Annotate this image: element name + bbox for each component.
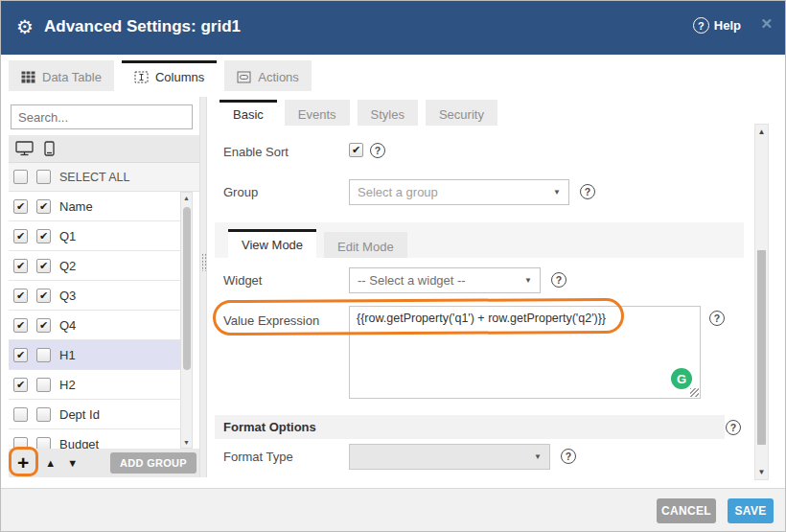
save-button[interactable]: SAVE: [728, 498, 774, 523]
widget-select[interactable]: -- Select a widget -- ▼: [349, 267, 541, 293]
list-item[interactable]: Dept Id: [9, 400, 193, 429]
widget-help-icon[interactable]: ?: [551, 272, 566, 288]
textarea-resize-handle[interactable]: [690, 388, 699, 397]
gear-icon: ⚙: [16, 16, 34, 37]
cancel-button[interactable]: CANCEL: [657, 498, 716, 523]
desktop-checkbox[interactable]: [13, 407, 28, 422]
widget-select-value: -- Select a widget --: [358, 273, 466, 288]
group-help-icon[interactable]: ?: [580, 184, 595, 199]
desktop-checkbox[interactable]: ✔: [13, 199, 28, 214]
list-item[interactable]: ✔✔Q2: [9, 251, 193, 281]
tab-columns[interactable]: Columns: [122, 60, 217, 91]
tab-basic[interactable]: Basic: [220, 100, 277, 126]
widget-label: Widget: [223, 273, 262, 288]
actions-icon: [237, 71, 251, 83]
list-item[interactable]: ✔✔Name: [9, 192, 193, 221]
desktop-checkbox[interactable]: ✔: [13, 378, 28, 392]
grammarly-icon: G: [671, 368, 692, 389]
desktop-checkbox[interactable]: ✔: [13, 229, 28, 243]
scroll-up-icon[interactable]: ▲: [755, 127, 768, 136]
list-item-label: Q4: [59, 318, 76, 333]
tab-data-table-label: Data Table: [42, 70, 102, 84]
select-all-mobile-checkbox[interactable]: [36, 170, 51, 184]
tab-edit-mode[interactable]: Edit Mode: [324, 232, 407, 258]
list-item-label: Q2: [59, 259, 76, 273]
mobile-checkbox[interactable]: ✔: [36, 229, 51, 243]
title-bar: ⚙ Advanced Settings: grid1 ? Help ✕: [1, 1, 785, 55]
scrollbar-thumb[interactable]: [183, 207, 191, 370]
list-item-label: Budget: [59, 437, 99, 450]
move-down-button[interactable]: ▼: [67, 457, 78, 469]
tab-actions-label: Actions: [258, 70, 299, 84]
add-group-button[interactable]: ADD GROUP: [110, 452, 196, 474]
help-icon: ?: [693, 17, 709, 34]
move-up-button[interactable]: ▲: [45, 457, 56, 469]
group-select-value: Select a group: [358, 185, 438, 199]
mobile-checkbox[interactable]: ✔: [36, 318, 51, 333]
value-expression-help-icon[interactable]: ?: [709, 311, 725, 326]
mobile-checkbox[interactable]: [36, 378, 51, 392]
enable-sort-checkbox[interactable]: ✔: [349, 143, 363, 157]
format-options-help-icon[interactable]: ?: [726, 420, 741, 435]
enable-sort-help-icon[interactable]: ?: [370, 143, 385, 158]
mobile-checkbox[interactable]: [36, 437, 51, 450]
mobile-checkbox[interactable]: ✔: [36, 259, 51, 273]
list-item-label: Dept Id: [59, 407, 100, 422]
desktop-checkbox[interactable]: [13, 437, 28, 450]
mobile-icon: [44, 141, 55, 156]
format-options-label: Format Options: [223, 420, 316, 434]
dialog-footer: CANCEL SAVE: [1, 488, 785, 532]
scrollbar-thumb[interactable]: [757, 250, 766, 445]
tab-data-table[interactable]: Data Table: [9, 60, 114, 91]
close-icon[interactable]: ✕: [760, 15, 773, 33]
panel-scrollbar[interactable]: ▲ ▼: [754, 124, 769, 480]
search-box: [11, 104, 193, 129]
list-item-label: Name: [59, 199, 93, 214]
list-item[interactable]: ✔H1: [9, 340, 193, 370]
main-tab-bar: Data Table Columns Actions: [9, 60, 312, 91]
list-item[interactable]: ✔✔Q3: [9, 281, 193, 311]
scroll-up-icon[interactable]: ▲: [181, 195, 192, 201]
desktop-checkbox[interactable]: ✔: [13, 318, 28, 333]
tab-view-mode[interactable]: View Mode: [228, 229, 316, 258]
tab-security[interactable]: Security: [426, 100, 497, 126]
format-type-select[interactable]: ▼: [349, 444, 550, 470]
group-select[interactable]: Select a group ▼: [349, 179, 569, 205]
columns-icon: [134, 71, 149, 83]
mobile-checkbox[interactable]: ✔: [36, 289, 51, 303]
help-button[interactable]: ? Help: [693, 17, 741, 34]
mobile-checkbox[interactable]: [36, 348, 51, 362]
panel-splitter[interactable]: [199, 97, 207, 477]
format-type-help-icon[interactable]: ?: [561, 449, 576, 464]
mobile-checkbox[interactable]: [36, 407, 51, 422]
group-label: Group: [223, 185, 258, 199]
mode-tab-bar: View Mode Edit Mode: [215, 222, 744, 258]
mobile-checkbox[interactable]: ✔: [36, 199, 51, 214]
desktop-checkbox[interactable]: ✔: [13, 348, 28, 362]
dialog-title: Advanced Settings: grid1: [44, 17, 241, 36]
desktop-checkbox[interactable]: ✔: [13, 289, 28, 303]
list-item-label: Q3: [59, 289, 76, 303]
value-expression-input[interactable]: {{row.getProperty('q1') + row.getPropert…: [349, 306, 701, 399]
scroll-down-icon[interactable]: ▼: [181, 439, 192, 446]
tab-columns-label: Columns: [155, 70, 204, 84]
search-input[interactable]: [12, 110, 194, 125]
desktop-checkbox[interactable]: ✔: [13, 259, 28, 273]
list-item[interactable]: ✔✔Q1: [9, 221, 193, 251]
list-item[interactable]: ✔H2: [9, 370, 193, 400]
select-all-row[interactable]: SELECT ALL: [9, 163, 199, 192]
add-column-button[interactable]: +: [17, 453, 29, 473]
tab-events[interactable]: Events: [285, 100, 350, 126]
column-list: ✔✔Name✔✔Q1✔✔Q2✔✔Q3✔✔Q4✔H1✔H2Dept IdBudge…: [9, 192, 193, 449]
list-item[interactable]: Budget: [9, 429, 193, 449]
tab-actions[interactable]: Actions: [224, 60, 312, 91]
scroll-down-icon[interactable]: ▼: [755, 468, 768, 476]
select-all-desktop-checkbox[interactable]: [13, 170, 28, 184]
data-table-icon: [21, 71, 35, 83]
splitter-grip-icon: [201, 253, 206, 271]
list-item[interactable]: ✔✔Q4: [9, 311, 193, 340]
column-list-scrollbar[interactable]: ▲ ▼: [180, 192, 193, 449]
column-settings-panel: Basic Events Styles Security Enable Sort…: [207, 97, 782, 488]
help-label: Help: [714, 18, 741, 33]
tab-styles[interactable]: Styles: [358, 100, 418, 126]
